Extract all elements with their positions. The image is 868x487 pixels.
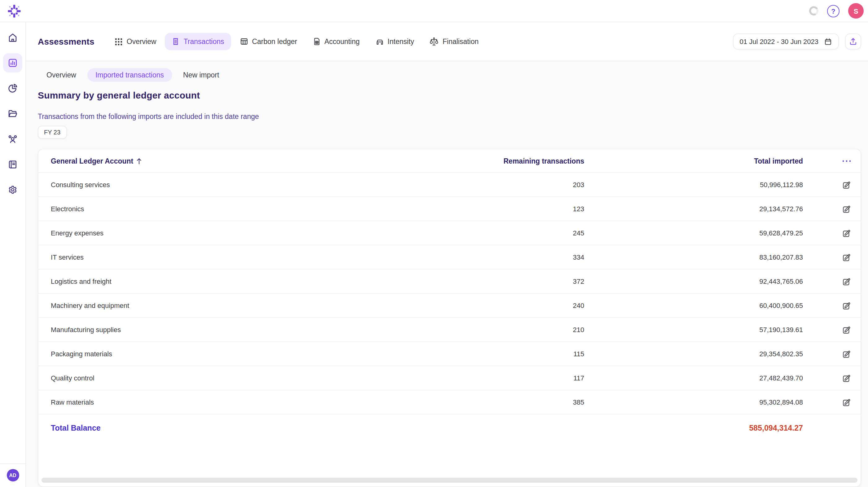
edit-icon bbox=[842, 180, 851, 189]
remaining-transactions-cell: 385 bbox=[411, 398, 584, 406]
sidebar-footer: AD bbox=[0, 463, 25, 487]
edit-icon bbox=[842, 204, 851, 213]
account-name-cell: Packaging materials bbox=[51, 350, 411, 358]
subtab-imported-transactions[interactable]: Imported transactions bbox=[87, 68, 172, 82]
folder-icon bbox=[7, 109, 18, 119]
edit-row-button[interactable] bbox=[842, 349, 851, 359]
account-name-cell: Energy expenses bbox=[51, 229, 411, 237]
table-row: Packaging materials 115 29,354,802.35 bbox=[38, 342, 861, 366]
table-total-row: Total Balance 585,094,314.27 bbox=[38, 415, 861, 442]
table-options-menu-icon[interactable] bbox=[842, 159, 851, 162]
subtab-overview[interactable]: Overview bbox=[41, 68, 82, 82]
date-range-picker[interactable]: 01 Jul 2022 - 30 Jun 2023 bbox=[733, 33, 839, 50]
edit-row-button[interactable] bbox=[842, 325, 851, 334]
export-button[interactable] bbox=[845, 33, 861, 50]
account-name-cell: Raw materials bbox=[51, 398, 411, 406]
total-imported-cell: 29,354,802.35 bbox=[584, 350, 803, 358]
page-header: Assessments Overview bbox=[26, 22, 868, 61]
account-name-cell: Quality control bbox=[51, 374, 411, 382]
sidebar-item-files[interactable] bbox=[3, 104, 22, 123]
edit-row-button[interactable] bbox=[842, 397, 851, 407]
remaining-transactions-cell: 115 bbox=[411, 350, 584, 358]
table-row: Raw materials 385 95,302,894.08 bbox=[38, 390, 861, 415]
help-button[interactable]: ? bbox=[827, 5, 839, 17]
tab-accounting[interactable]: Accounting bbox=[306, 33, 367, 50]
tab-finalisation[interactable]: Finalisation bbox=[423, 33, 486, 51]
sidebar-item-home[interactable] bbox=[3, 28, 22, 47]
account-name-cell: Consulting services bbox=[51, 181, 411, 188]
home-icon bbox=[7, 32, 18, 43]
edit-row-button[interactable] bbox=[842, 252, 851, 262]
pie-chart-icon bbox=[7, 83, 18, 94]
top-navbar: ? S bbox=[0, 0, 868, 22]
tab-transactions[interactable]: Transactions bbox=[165, 33, 231, 50]
tab-label: Intensity bbox=[388, 38, 414, 45]
assessment-tabs: Overview Transactions bbox=[108, 33, 486, 51]
sidebar-item-assessments[interactable] bbox=[3, 53, 22, 72]
remaining-transactions-cell: 203 bbox=[411, 181, 584, 188]
account-name-cell: IT services bbox=[51, 253, 411, 261]
sidebar-item-reports[interactable] bbox=[3, 79, 22, 98]
table-row: Manufacturing supplies 210 57,190,139.61 bbox=[38, 318, 861, 342]
table-row: IT services 334 83,160,207.83 bbox=[38, 245, 861, 270]
ledger-table-card: General Ledger Account Remaining transac… bbox=[38, 149, 861, 487]
edit-icon bbox=[842, 373, 851, 383]
scales-icon bbox=[430, 37, 439, 46]
account-name-cell: Electronics bbox=[51, 205, 411, 213]
edit-row-button[interactable] bbox=[842, 277, 851, 286]
remaining-transactions-cell: 117 bbox=[411, 374, 584, 382]
remaining-transactions-cell: 334 bbox=[411, 253, 584, 261]
edit-row-button[interactable] bbox=[842, 228, 851, 238]
tab-intensity[interactable]: Intensity bbox=[368, 33, 421, 50]
content-area: Overview Imported transactions New impor… bbox=[26, 61, 868, 487]
edit-icon bbox=[842, 252, 851, 262]
edit-row-button[interactable] bbox=[842, 180, 851, 189]
edit-row-button[interactable] bbox=[842, 204, 851, 213]
column-header-remaining[interactable]: Remaining transactions bbox=[411, 157, 584, 164]
upload-icon bbox=[849, 37, 858, 46]
document-icon bbox=[313, 37, 321, 46]
calendar-icon bbox=[824, 37, 832, 45]
table-row: Logistics and freight 372 92,443,765.06 bbox=[38, 270, 861, 294]
total-imported-cell: 50,996,112.98 bbox=[584, 181, 803, 188]
edit-row-button[interactable] bbox=[842, 373, 851, 383]
column-header-account[interactable]: General Ledger Account bbox=[51, 157, 411, 164]
total-balance-label: Total Balance bbox=[51, 424, 411, 432]
sidebar-item-team[interactable] bbox=[3, 129, 22, 149]
edit-row-button[interactable] bbox=[842, 301, 851, 310]
sort-ascending-icon bbox=[136, 157, 143, 164]
receipt-icon bbox=[172, 37, 180, 46]
sidebar-item-settings[interactable] bbox=[3, 180, 22, 200]
column-header-total[interactable]: Total imported bbox=[584, 157, 803, 164]
section-description: Transactions from the following imports … bbox=[38, 113, 861, 120]
gear-icon bbox=[7, 185, 18, 195]
edit-icon bbox=[842, 349, 851, 359]
section-heading: Summary by general ledger account bbox=[38, 90, 861, 100]
total-balance-value: 585,094,314.27 bbox=[584, 424, 803, 432]
total-imported-cell: 60,400,900.65 bbox=[584, 302, 803, 309]
remaining-transactions-cell: 240 bbox=[411, 302, 584, 309]
user-avatar[interactable]: S bbox=[848, 3, 864, 19]
tab-label: Overview bbox=[127, 38, 156, 45]
remaining-transactions-cell: 372 bbox=[411, 278, 584, 285]
tab-carbon-ledger[interactable]: Carbon ledger bbox=[232, 33, 304, 50]
column-header-label: General Ledger Account bbox=[51, 157, 133, 164]
edit-icon bbox=[842, 277, 851, 286]
tab-label: Carbon ledger bbox=[252, 38, 297, 45]
tab-label: Accounting bbox=[324, 38, 360, 45]
table-row: Energy expenses 245 59,628,479.25 bbox=[38, 221, 861, 245]
org-avatar[interactable]: AD bbox=[6, 469, 19, 481]
table-header-row: General Ledger Account Remaining transac… bbox=[38, 149, 861, 173]
horizontal-scrollbar[interactable] bbox=[41, 478, 858, 483]
account-name-cell: Logistics and freight bbox=[51, 278, 411, 285]
tab-overview[interactable]: Overview bbox=[108, 33, 163, 50]
edit-icon bbox=[842, 397, 851, 407]
edit-icon bbox=[842, 301, 851, 310]
table-row: Quality control 117 27,482,439.70 bbox=[38, 366, 861, 390]
transaction-subtabs: Overview Imported transactions New impor… bbox=[38, 68, 861, 82]
subtab-new-import[interactable]: New import bbox=[178, 68, 225, 82]
sidebar-item-ledger[interactable] bbox=[3, 155, 22, 174]
sidebar: AD bbox=[0, 22, 26, 487]
account-name-cell: Machinery and equipment bbox=[51, 302, 411, 309]
import-chip-list: FY 23 bbox=[38, 126, 861, 139]
